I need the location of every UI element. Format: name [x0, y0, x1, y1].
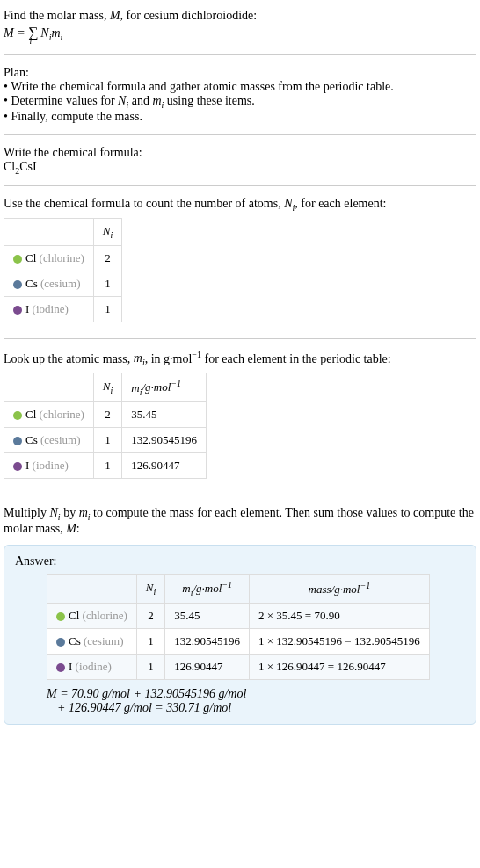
element-cell: I (iodine) — [47, 654, 137, 679]
element-dot-icon — [56, 663, 65, 672]
step3-title: Look up the atomic mass, mi, in g·mol−1 … — [4, 350, 476, 367]
element-name: (chlorine) — [83, 609, 127, 622]
table-header-empty — [4, 373, 94, 402]
table-header-mass: mass/g·mol−1 — [250, 574, 430, 603]
element-symbol: Cl — [25, 251, 36, 264]
element-name: (iodine) — [76, 660, 112, 673]
answer-box: Answer: Ni mi/g·mol−1 mass/g·mol−1 Cl (c… — [4, 545, 476, 725]
element-symbol: Cl — [25, 408, 36, 421]
plan-title: Plan: — [4, 66, 476, 80]
table-row: Cs (cesium) 1 132.90545196 1 × 132.90545… — [47, 628, 430, 654]
n-value: 1 — [93, 453, 121, 479]
table-header-m: mi/g·mol−1 — [122, 373, 207, 402]
step1-section: Write the chemical formula: Cl2CsI — [4, 142, 476, 179]
table-header-m: mi/g·mol−1 — [165, 574, 250, 603]
table-row: I (iodine) 1 126.90447 — [4, 453, 207, 479]
table-row: I (iodine) 1 126.90447 1 × 126.90447 = 1… — [47, 654, 430, 679]
atomic-mass-table: Ni mi/g·mol−1 Cl (chlorine) 2 35.45 Cs (… — [4, 373, 207, 479]
intro-line1: Find the molar mass, M, for cesium dichl… — [4, 9, 476, 23]
plan-item: • Determine values for Ni and mi using t… — [4, 94, 476, 110]
element-cell: Cl (chlorine) — [4, 402, 94, 428]
step4-title: Multiply Ni by mi to compute the mass fo… — [4, 506, 476, 536]
answer-table: Ni mi/g·mol−1 mass/g·mol−1 Cl (chlorine)… — [47, 574, 430, 680]
answer-title: Answer: — [15, 554, 465, 568]
m-value: 35.45 — [122, 402, 207, 428]
divider — [4, 338, 476, 339]
table-header-row: Ni mi/g·mol−1 mass/g·mol−1 — [47, 574, 430, 603]
step3-section: Look up the atomic mass, mi, in g·mol−1 … — [4, 346, 476, 488]
element-dot-icon — [56, 638, 65, 647]
divider — [4, 134, 476, 135]
step4-section: Multiply Ni by mi to compute the mass fo… — [4, 503, 476, 539]
mass-value: 1 × 132.90545196 = 132.90545196 — [250, 628, 430, 654]
step2-section: Use the chemical formula to count the nu… — [4, 193, 476, 330]
chemical-formula: Cl2CsI — [4, 160, 476, 176]
element-name: (cesium) — [40, 277, 80, 290]
table-row: Cl (chlorine) 2 35.45 2 × 35.45 = 70.90 — [47, 603, 430, 628]
table-row: Cl (chlorine) 2 35.45 — [4, 402, 207, 428]
mass-value: 1 × 126.90447 = 126.90447 — [250, 654, 430, 679]
element-dot-icon — [56, 612, 65, 621]
table-row: I (iodine) 1 — [4, 296, 122, 322]
element-symbol: Cs — [69, 634, 81, 647]
table-header-n: Ni — [93, 219, 121, 246]
element-symbol: Cl — [69, 609, 79, 622]
mass-value: 2 × 35.45 = 70.90 — [250, 603, 430, 628]
n-value: 2 — [93, 402, 121, 428]
m-value: 126.90447 — [122, 453, 207, 479]
element-dot-icon — [13, 462, 22, 471]
element-dot-icon — [13, 437, 22, 445]
n-value: 1 — [136, 654, 164, 679]
n-value: 1 — [93, 296, 121, 322]
element-cell: Cs (cesium) — [4, 428, 94, 453]
element-name: (iodine) — [33, 302, 69, 315]
element-symbol: Cs — [25, 433, 38, 446]
element-cell: I (iodine) — [4, 453, 94, 479]
element-cell: Cs (cesium) — [47, 628, 137, 654]
element-cell: I (iodine) — [4, 296, 94, 322]
element-symbol: I — [25, 459, 29, 472]
plan-item: • Finally, compute the mass. — [4, 110, 476, 124]
element-dot-icon — [13, 306, 22, 315]
n-value: 2 — [93, 245, 121, 271]
element-symbol: I — [25, 302, 29, 315]
n-value: 2 — [136, 603, 164, 628]
final-formula-line2: + 126.90447 g/mol = 330.71 g/mol — [57, 701, 465, 715]
m-value: 132.90545196 — [122, 428, 207, 453]
element-dot-icon — [13, 411, 22, 420]
plan-item: • Write the chemical formula and gather … — [4, 80, 476, 94]
m-value: 126.90447 — [165, 654, 250, 679]
element-cell: Cl (chlorine) — [47, 603, 137, 628]
final-formula-line1: M = 70.90 g/mol + 132.90545196 g/mol — [47, 687, 465, 701]
divider — [4, 185, 476, 186]
element-name: (cesium) — [40, 433, 80, 446]
divider — [4, 495, 476, 495]
m-value: 132.90545196 — [165, 628, 250, 654]
step1-title: Write the chemical formula: — [4, 146, 476, 160]
intro-section: Find the molar mass, M, for cesium dichl… — [4, 5, 476, 47]
element-name: (cesium) — [84, 634, 123, 647]
table-header-empty — [47, 574, 137, 603]
atom-count-table: Ni Cl (chlorine) 2 Cs (cesium) 1 I (iodi… — [4, 218, 122, 322]
element-name: (chlorine) — [40, 408, 84, 421]
element-symbol: Cs — [25, 277, 38, 290]
table-header-row: Ni mi/g·mol−1 — [4, 373, 207, 402]
step2-title: Use the chemical formula to count the nu… — [4, 197, 476, 213]
element-name: (iodine) — [33, 459, 69, 472]
table-header-empty — [4, 219, 94, 246]
n-value: 1 — [93, 271, 121, 296]
table-header-n: Ni — [136, 574, 164, 603]
table-row: Cs (cesium) 1 — [4, 271, 122, 296]
n-value: 1 — [93, 428, 121, 453]
table-header-row: Ni — [4, 219, 122, 246]
table-row: Cl (chlorine) 2 — [4, 245, 122, 271]
element-symbol: I — [69, 660, 72, 673]
intro-formula: M = ∑iNimi — [4, 25, 476, 42]
n-value: 1 — [136, 628, 164, 654]
element-dot-icon — [13, 255, 22, 264]
plan-section: Plan: • Write the chemical formula and g… — [4, 62, 476, 127]
element-dot-icon — [13, 280, 22, 289]
table-header-n: Ni — [93, 373, 121, 402]
divider — [4, 54, 476, 55]
element-name: (chlorine) — [40, 251, 84, 264]
